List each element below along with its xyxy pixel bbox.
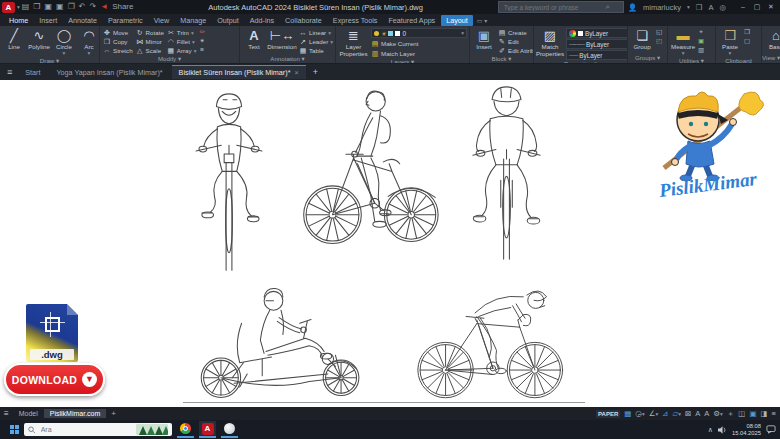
undo-icon[interactable]: ↶ <box>79 2 86 12</box>
tab-express-tools[interactable]: Express Tools <box>328 15 383 26</box>
grid-toggle-icon[interactable]: ▦ <box>624 409 631 418</box>
customize-status-icon[interactable]: ≡ <box>772 409 776 418</box>
dimension-tool[interactable]: ⊢↔Dimension <box>268 28 296 50</box>
figure-cyclist-standing-side-view[interactable] <box>292 87 445 255</box>
workspace-gear-icon[interactable]: ⚙▾ <box>713 409 723 418</box>
utilities-panel-label[interactable]: Utilities ▾ <box>668 57 715 63</box>
osnap-toggle-icon[interactable]: ⊿ <box>662 409 668 418</box>
search-icon[interactable]: ⌕ <box>606 2 610 12</box>
ribbon-display-toggle-icon[interactable]: ▭ ▾ <box>477 17 487 24</box>
edit-attributes-tool[interactable]: ✐Edit Attributes▾ <box>498 46 534 55</box>
layer-properties-tool[interactable]: ≣Layer Properties <box>339 28 368 57</box>
tab-featured-apps[interactable]: Featured Apps <box>383 15 440 26</box>
insert-block-tool[interactable]: ▣Insert <box>473 28 495 50</box>
taskbar-autocad-icon[interactable]: A <box>199 421 216 438</box>
tab-layout[interactable]: Layout <box>441 15 473 26</box>
autodesk-a-icon[interactable]: A <box>708 3 713 12</box>
rotate-tool[interactable]: ↻Rotate <box>136 28 164 37</box>
help-icon[interactable]: ◎ <box>719 3 726 12</box>
arc-tool[interactable]: ◠Arc▾ <box>78 28 100 57</box>
quick-select-icon[interactable]: ⌖ <box>699 28 703 36</box>
erase-tool-icon[interactable]: ✏ <box>199 28 204 36</box>
figure-recumbent-bicycle-rider[interactable] <box>185 282 377 404</box>
close-tab-icon[interactable]: × <box>294 68 298 77</box>
restore-button[interactable]: ▢ <box>750 3 764 11</box>
save-icon[interactable]: ▣ <box>45 2 53 12</box>
layer-dropdown[interactable]: ☀ 0 ▾ <box>371 28 467 38</box>
new-drawing-tab-button[interactable]: + <box>308 67 323 77</box>
annotation-scale-icon[interactable]: A <box>704 409 709 418</box>
search-highlight-image[interactable] <box>136 424 168 435</box>
drawing-canvas[interactable]: PislikMimar .dwg DOWNLOAD ▼ <box>0 80 780 407</box>
new-layout-button[interactable]: + <box>106 409 121 418</box>
share-label[interactable]: Share <box>112 2 133 12</box>
leader-tool[interactable]: ↗Leader▾ <box>299 37 333 46</box>
quick-calc-icon[interactable]: ▥ <box>698 46 704 54</box>
layer-color-swatch[interactable] <box>395 31 400 36</box>
array-tool[interactable]: ▦Array▾ <box>167 46 197 55</box>
windows-start-button[interactable] <box>10 425 19 434</box>
fillet-tool[interactable]: ◠Fillet▾ <box>167 37 197 46</box>
mirror-tool[interactable]: ⋈Mirror <box>136 37 164 46</box>
color-control-dropdown[interactable]: ByLayer▾ <box>566 28 628 38</box>
make-current-tool[interactable]: ▤Make Current <box>371 39 467 48</box>
polar-tracking-icon[interactable]: ∠▾ <box>649 409 659 418</box>
isolate-objects-icon[interactable]: ◫ <box>738 409 745 418</box>
windows-search-box[interactable] <box>24 423 172 436</box>
layers-panel-label[interactable]: Layers ▾ <box>336 58 469 63</box>
windows-search-input[interactable] <box>39 425 133 434</box>
layout-menu-icon[interactable]: ≡ <box>0 409 13 418</box>
save-as-icon[interactable]: ▣ <box>56 2 64 12</box>
tab-home[interactable]: Home <box>4 15 33 26</box>
draw-panel-label[interactable]: Draw ▾ <box>0 57 99 63</box>
properties-panel-label[interactable]: Properties ▾ <box>534 60 627 63</box>
polyline-tool[interactable]: ∿Polyline <box>28 28 50 50</box>
tab-collaborate[interactable]: Collaborate <box>280 15 327 26</box>
paste-tool[interactable]: ❒Paste▾ <box>719 28 741 57</box>
linear-tool[interactable]: ↔Linear▾ <box>299 28 333 37</box>
notification-icon[interactable] <box>766 425 776 434</box>
block-panel-label[interactable]: Block ▾ <box>470 55 533 63</box>
trim-tool[interactable]: ✂Trim▾ <box>167 28 197 37</box>
model-tab[interactable]: Model <box>13 409 44 418</box>
explode-tool-icon[interactable]: ✴ <box>199 37 204 45</box>
close-button[interactable]: ✕ <box>764 3 778 11</box>
help-search-box[interactable]: ⌕ <box>498 1 624 13</box>
ortho-toggle-icon[interactable]: ▱▾ <box>672 409 681 418</box>
scale-tool[interactable]: △Scale <box>136 46 164 55</box>
stretch-tool[interactable]: ⇔Stretch <box>103 46 133 55</box>
layout-tab-pislikmimar[interactable]: PislikMimar.com <box>44 409 107 418</box>
taskbar-chrome-icon[interactable] <box>177 421 194 438</box>
help-search-input[interactable] <box>502 3 606 12</box>
clipboard-panel-label[interactable]: Clipboard <box>716 57 761 63</box>
username-label[interactable]: mimarlucky <box>643 3 681 12</box>
file-tab-start[interactable]: Start <box>18 66 47 79</box>
file-tabs-menu-icon[interactable]: ≡ <box>3 67 16 77</box>
group-tool[interactable]: ❏Group <box>631 28 653 50</box>
edit-block-tool[interactable]: ✎Edit <box>498 37 534 46</box>
copy-clip-icon[interactable]: ❐ <box>744 28 750 36</box>
base-view-tool[interactable]: ⌂Base <box>765 28 780 50</box>
cut-clip-icon[interactable]: ▢ <box>744 37 750 45</box>
annotation-visibility-icon[interactable]: A <box>695 409 700 418</box>
copy-tool[interactable]: ❐Copy <box>103 37 133 46</box>
user-menu-arrow-icon[interactable]: ▾ <box>687 4 690 10</box>
group-edit-icon[interactable]: ◰ <box>656 37 662 45</box>
file-tab-yoga[interactable]: Yoga Yapan Insan (Pislik Mimar)* <box>49 66 169 79</box>
volume-icon[interactable] <box>718 426 727 434</box>
paper-space-indicator[interactable]: PAPER <box>596 410 620 418</box>
plot-icon[interactable]: ❐ <box>68 2 75 12</box>
share-icon[interactable]: ◄ <box>100 2 108 12</box>
measure-tool[interactable]: ▬Measure▾ <box>671 28 695 57</box>
redo-icon[interactable]: ↷ <box>90 2 97 12</box>
tab-parametric[interactable]: Parametric <box>103 15 148 26</box>
table-tool[interactable]: ▦Table <box>299 46 333 55</box>
layer-lock-icon[interactable] <box>388 31 393 36</box>
app-menu-arrow-icon[interactable]: ▾ <box>17 4 20 10</box>
groups-panel-label[interactable]: Groups ▾ <box>628 54 667 63</box>
graphics-performance-icon[interactable]: ▣ <box>749 409 756 418</box>
taskbar-clock[interactable]: 08:08 15.04.2025 <box>732 423 761 436</box>
view-panel-label[interactable]: View ▾ <box>762 54 780 63</box>
id-point-icon[interactable]: ▣ <box>698 37 704 45</box>
tray-expand-icon[interactable]: ∧ <box>708 426 713 434</box>
